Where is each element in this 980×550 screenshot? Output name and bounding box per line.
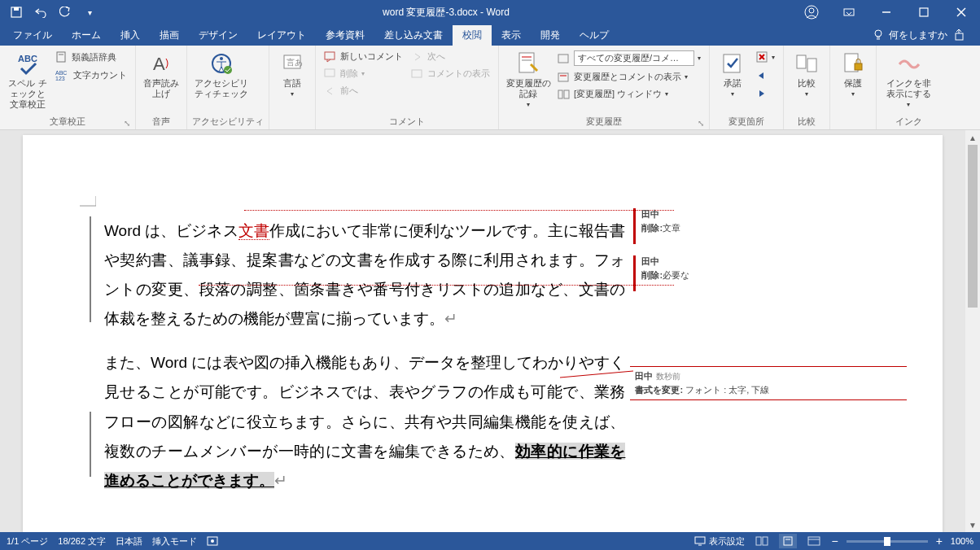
- launcher-icon[interactable]: ⤡: [124, 119, 130, 128]
- status-words[interactable]: 18/262 文字: [58, 535, 106, 548]
- thesaurus-button[interactable]: 類義語辞典: [52, 49, 130, 65]
- status-bar: 1/1 ページ 18/262 文字 日本語 挿入モード 表示設定 − + 100…: [0, 532, 980, 550]
- macro-icon[interactable]: [207, 536, 218, 546]
- status-lang[interactable]: 日本語: [116, 535, 142, 548]
- launcher-icon[interactable]: ⤡: [698, 119, 704, 128]
- qat-customize-icon[interactable]: ▾: [80, 2, 99, 22]
- tab-mailings[interactable]: 差し込み文書: [374, 25, 453, 46]
- tab-file[interactable]: ファイル: [3, 25, 62, 46]
- zoom-in-button[interactable]: +: [936, 535, 943, 548]
- close-button[interactable]: [943, 0, 980, 24]
- hide-ink-button[interactable]: インクを非表示にする▾: [882, 49, 935, 111]
- display-settings[interactable]: 表示設定: [694, 535, 745, 548]
- share-icon[interactable]: [954, 28, 967, 41]
- scroll-down-icon[interactable]: ▼: [965, 517, 980, 532]
- svg-point-45: [211, 539, 214, 543]
- tab-design[interactable]: デザイン: [189, 25, 247, 46]
- revision-balloon-2[interactable]: 田中 削除:必要な: [641, 255, 689, 282]
- language-button[interactable]: 言あ 言語▾: [274, 49, 310, 100]
- group-proofing: ABC スペル チェックと文章校正 類義語辞典 ABC123文字カウント 文章校…: [0, 46, 136, 129]
- tracked-change-1[interactable]: 文書: [238, 222, 269, 240]
- svg-rect-50: [784, 537, 792, 545]
- group-ink: インクを非表示にする▾ インク: [877, 46, 940, 129]
- revision-balloon-3[interactable]: 田中 数秒前 書式を変更: フォント : 太字, 下線: [630, 366, 907, 400]
- vertical-scrollbar[interactable]: ▲ ▼: [965, 130, 980, 532]
- page[interactable]: Word は、ビジネス文書作成において非常に便利なツールです。主に報告書や契約書…: [23, 135, 943, 532]
- show-markup-button[interactable]: 変更履歴とコメントの表示▾: [554, 69, 704, 85]
- svg-rect-52: [808, 537, 820, 545]
- ribbon: ABC スペル チェックと文章校正 類義語辞典 ABC123文字カウント 文章校…: [0, 46, 980, 130]
- next-icon: [755, 88, 768, 99]
- save-icon[interactable]: [7, 2, 26, 22]
- maximize-button[interactable]: [905, 0, 943, 24]
- revision-balloon-1[interactable]: 田中 削除:文章: [641, 208, 680, 234]
- tab-developer[interactable]: 開発: [531, 25, 570, 46]
- account-icon[interactable]: [793, 0, 830, 24]
- reviewing-pane-button[interactable]: [変更履歴] ウィンドウ▾: [554, 86, 704, 102]
- svg-point-20: [220, 57, 223, 60]
- tell-me-search[interactable]: 何をしますか: [873, 28, 947, 42]
- thesaurus-icon: [55, 50, 68, 63]
- track-changes-icon: [516, 50, 540, 76]
- paragraph-1[interactable]: Word は、ビジネス文書作成において非常に便利なツールです。主に報告書や契約書…: [104, 216, 625, 334]
- zoom-level[interactable]: 100%: [951, 536, 973, 546]
- view-read-icon[interactable]: [753, 534, 771, 548]
- compare-button[interactable]: 比較▾: [789, 49, 825, 100]
- show-comments-button[interactable]: コメントの表示: [408, 66, 493, 81]
- tab-review[interactable]: 校閲: [453, 25, 492, 46]
- svg-rect-35: [724, 55, 740, 72]
- svg-line-43: [560, 371, 633, 378]
- group-language: 言あ 言語▾: [269, 46, 316, 129]
- next-change-button[interactable]: [752, 86, 778, 101]
- tab-home[interactable]: ホーム: [62, 25, 111, 46]
- svg-point-3: [809, 8, 814, 13]
- tab-draw[interactable]: 描画: [150, 25, 189, 46]
- accessibility-button[interactable]: アクセシビリティチェック: [192, 49, 251, 101]
- view-web-icon[interactable]: [805, 534, 823, 548]
- svg-rect-27: [519, 53, 534, 72]
- group-changes: 承諾▾ ▾ 変更箇所: [710, 46, 784, 129]
- svg-rect-39: [797, 55, 806, 68]
- view-print-icon[interactable]: [779, 534, 797, 548]
- tab-insert[interactable]: 挿入: [111, 25, 150, 46]
- scroll-thumb[interactable]: [968, 145, 978, 308]
- tab-references[interactable]: 参考資料: [316, 25, 374, 46]
- status-mode[interactable]: 挿入モード: [152, 535, 197, 548]
- language-icon: 言あ: [281, 50, 304, 76]
- zoom-slider[interactable]: [847, 540, 928, 543]
- svg-point-2: [805, 6, 818, 19]
- display-for-review-dropdown[interactable]: すべての変更履歴/コメ…▾: [554, 49, 704, 68]
- accept-button[interactable]: 承諾▾: [715, 49, 750, 100]
- track-changes-button[interactable]: 変更履歴の記録▾: [504, 49, 553, 111]
- minimize-button[interactable]: [868, 0, 905, 24]
- new-comment-button[interactable]: 新しいコメント: [321, 49, 406, 64]
- group-speech: A 音声読み上げ 音声: [136, 46, 187, 129]
- tab-view[interactable]: 表示: [492, 25, 531, 46]
- status-page[interactable]: 1/1 ページ: [7, 535, 48, 548]
- compare-icon: [795, 50, 818, 76]
- redo-icon[interactable]: [55, 2, 75, 22]
- protect-button[interactable]: 保護▾: [835, 49, 871, 100]
- svg-rect-31: [558, 73, 568, 81]
- zoom-out-button[interactable]: −: [831, 535, 838, 548]
- readaloud-button[interactable]: A 音声読み上げ: [141, 49, 182, 101]
- ribbon-tabs: ファイル ホーム 挿入 描画 デザイン レイアウト 参考資料 差し込み文書 校閲…: [0, 24, 980, 46]
- svg-text:言あ: 言あ: [287, 58, 303, 67]
- svg-text:ABC: ABC: [18, 54, 37, 63]
- next-comment-button[interactable]: 次へ: [408, 49, 493, 64]
- reject-button[interactable]: ▾: [752, 49, 778, 65]
- prev-comment-button[interactable]: 前へ: [321, 83, 406, 98]
- tab-help[interactable]: ヘルプ: [570, 25, 619, 46]
- group-tracking: 変更履歴の記録▾ すべての変更履歴/コメ…▾ 変更履歴とコメントの表示▾ [変更…: [499, 46, 710, 129]
- svg-rect-24: [325, 52, 335, 59]
- ribbon-options-icon[interactable]: [830, 0, 868, 24]
- scroll-up-icon[interactable]: ▲: [965, 130, 980, 145]
- spelling-button[interactable]: ABC スペル チェックと文章校正: [5, 49, 50, 112]
- prev-change-button[interactable]: [752, 68, 778, 83]
- comment-icon: [324, 51, 337, 63]
- delete-comment-button[interactable]: 削除▾: [321, 66, 406, 81]
- paragraph-2[interactable]: また、Word には表や図の挿入機能もあり、データを整理してわかりやすく見せるこ…: [104, 348, 625, 495]
- undo-icon[interactable]: [31, 2, 50, 22]
- wordcount-button[interactable]: ABC123文字カウント: [52, 67, 130, 83]
- tab-layout[interactable]: レイアウト: [247, 25, 316, 46]
